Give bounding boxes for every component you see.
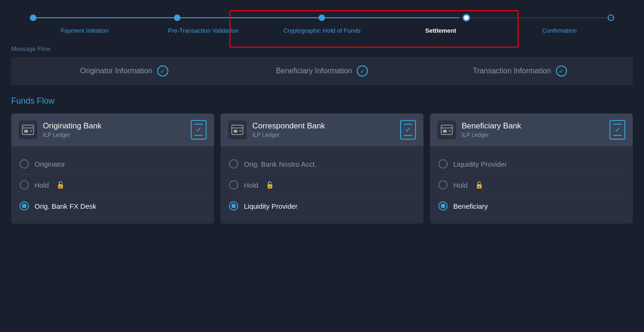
bank-card-body-beneficiary: Liquidity Provider Hold 🔓 Beneficiary	[430, 146, 633, 224]
account-item-nostro[interactable]: Orig. Bank Nostro Acct.	[229, 154, 415, 175]
bank-info-beneficiary: Beneficiary Bank ILP Ledger	[462, 121, 521, 138]
bank-card-body-originating: Originator Hold 🔓 Orig. Bank FX Desk	[11, 146, 214, 224]
receipt-line-1	[194, 124, 203, 125]
radio-fxdesk[interactable]	[20, 201, 29, 211]
bank-header-left-correspondent: Correspondent Bank ILP Ledger	[228, 120, 325, 139]
bank-card-header-correspondent: Correspondent Bank ILP Ledger ✓	[221, 113, 423, 146]
account-item-fxdesk[interactable]: Orig. Bank FX Desk	[20, 196, 206, 216]
hold-label-corr: Hold	[244, 181, 258, 189]
receipt-check-b: ✓	[615, 126, 620, 134]
radio-hold-orig[interactable]	[20, 180, 29, 190]
radio-inner-beneficiary-acct	[441, 204, 445, 208]
highlight-box	[229, 10, 519, 48]
bank-info-correspondent: Correspondent Bank ILP Ledger	[252, 121, 325, 138]
account-item-hold-bene[interactable]: Hold 🔓	[438, 175, 624, 196]
receipt-line-2	[194, 135, 203, 136]
radio-liquidity-bene[interactable]	[438, 159, 448, 169]
main-container: Payment Initiation Pre-Transaction Valid…	[0, 0, 644, 235]
bank-icon-beneficiary	[437, 120, 456, 139]
bank-header-left-beneficiary: Beneficiary Bank ILP Ledger	[437, 120, 521, 139]
bank-card-header-beneficiary: Beneficiary Bank ILP Ledger ✓	[430, 113, 633, 146]
account-item-originator[interactable]: Originator	[20, 154, 206, 175]
info-item-transaction: Transaction Information ✓	[421, 65, 619, 77]
svg-rect-5	[232, 125, 243, 134]
originator-check-circle: ✓	[157, 65, 168, 77]
transaction-check-circle: ✓	[556, 65, 567, 77]
info-item-beneficiary: Beneficiary Information ✓	[223, 65, 421, 77]
liquidity-bene-label: Liquidity Provider	[453, 160, 507, 168]
receipt-line-c1	[404, 124, 412, 125]
fxdesk-label: Orig. Bank FX Desk	[35, 202, 97, 210]
beneficiary-receipt-icon: ✓	[609, 120, 625, 140]
svg-rect-0	[22, 125, 34, 134]
originating-receipt-icon: ✓	[191, 120, 207, 140]
label-payment-initiation[interactable]: Payment Initiation	[25, 27, 144, 34]
receipt-line-c2	[404, 135, 412, 136]
bank-header-left-originating: Originating Bank ILP Ledger	[19, 120, 102, 139]
beneficiary-acct-label: Beneficiary	[453, 202, 488, 210]
bank-icon-originating	[19, 120, 37, 139]
message-flow-bar: Originator Information ✓ Beneficiary Inf…	[11, 57, 633, 85]
originating-bank-name: Originating Bank	[43, 121, 102, 131]
funds-grid: Originating Bank ILP Ledger ✓ Originator	[11, 113, 633, 224]
correspondent-bank-name: Correspondent Bank	[252, 121, 325, 131]
transaction-info-label: Transaction Information	[473, 67, 551, 75]
correspondent-bank-ledger: ILP Ledger	[252, 132, 325, 138]
radio-nostro[interactable]	[229, 159, 238, 169]
progress-wrapper: Payment Initiation Pre-Transaction Valid…	[11, 14, 633, 34]
bank-card-originating: Originating Bank ILP Ledger ✓ Originator	[11, 113, 214, 224]
correspondent-receipt-icon: ✓	[400, 120, 416, 140]
beneficiary-info-label: Beneficiary Information	[276, 67, 353, 75]
radio-originator[interactable]	[20, 159, 29, 169]
originating-bank-ledger: ILP Ledger	[43, 132, 102, 138]
info-item-originator: Originator Information ✓	[25, 65, 223, 77]
bank-card-beneficiary: Beneficiary Bank ILP Ledger ✓ Liquidity …	[430, 113, 633, 224]
beneficiary-check-circle: ✓	[357, 65, 368, 77]
lock-icon-orig: 🔓	[56, 181, 64, 189]
account-item-liquidity-corr[interactable]: Liquidity Provider	[229, 196, 415, 216]
step-dot-pre-transaction[interactable]	[174, 14, 180, 21]
beneficiary-bank-ledger: ILP Ledger	[462, 132, 521, 138]
beneficiary-bank-name: Beneficiary Bank	[462, 121, 521, 131]
funds-flow-title: Funds Flow	[11, 96, 633, 106]
receipt-line-b1	[613, 124, 622, 125]
account-item-beneficiary-acct[interactable]: Beneficiary	[438, 196, 624, 216]
liquidity-corr-label: Liquidity Provider	[244, 202, 298, 210]
bank-info-originating: Originating Bank ILP Ledger	[43, 121, 102, 138]
hold-label-orig: Hold	[35, 181, 49, 189]
hold-label-bene: Hold	[453, 181, 468, 189]
bank-card-body-correspondent: Orig. Bank Nostro Acct. Hold 🔓 Liquidity…	[221, 146, 423, 224]
step-dot-payment[interactable]	[30, 14, 36, 21]
radio-inner-liquidity-corr	[231, 204, 236, 208]
step-dot-confirmation[interactable]	[608, 14, 614, 21]
svg-rect-10	[441, 125, 452, 134]
receipt-check-c: ✓	[405, 126, 411, 134]
receipt-line-b2	[613, 135, 622, 136]
radio-inner-fxdesk	[22, 204, 27, 208]
lock-icon-bene: 🔓	[475, 181, 483, 189]
radio-hold-bene[interactable]	[438, 180, 448, 190]
account-item-hold-orig[interactable]: Hold 🔓	[20, 175, 206, 196]
bank-icon-correspondent	[228, 120, 247, 139]
account-item-liquidity-bene[interactable]: Liquidity Provider	[438, 154, 624, 175]
svg-rect-7	[234, 130, 237, 133]
originator-label: Originator	[35, 160, 65, 168]
bank-card-correspondent: Correspondent Bank ILP Ledger ✓ Orig. Ba…	[221, 113, 423, 224]
bank-card-header-originating: Originating Bank ILP Ledger ✓	[11, 113, 214, 146]
svg-rect-2	[24, 130, 28, 133]
radio-liquidity-corr[interactable]	[229, 201, 238, 211]
radio-hold-corr[interactable]	[229, 180, 238, 190]
originator-info-label: Originator Information	[80, 67, 152, 75]
receipt-check: ✓	[196, 126, 201, 134]
lock-icon-corr: 🔓	[266, 181, 274, 189]
radio-beneficiary-acct[interactable]	[438, 201, 448, 211]
progress-section: Payment Initiation Pre-Transaction Valid…	[11, 9, 633, 34]
account-item-hold-corr[interactable]: Hold 🔓	[229, 175, 415, 196]
svg-rect-12	[443, 130, 447, 133]
nostro-label: Orig. Bank Nostro Acct.	[244, 160, 317, 168]
